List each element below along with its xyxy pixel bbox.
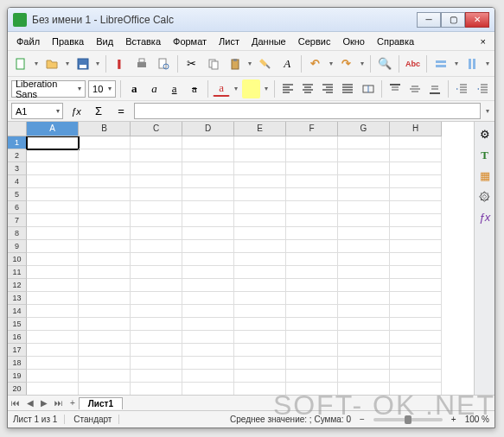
cell-G3[interactable] xyxy=(338,162,390,175)
cell-B4[interactable] xyxy=(79,175,131,188)
cell-G16[interactable] xyxy=(338,331,390,344)
cell-A10[interactable] xyxy=(27,253,79,266)
underline-button[interactable]: a xyxy=(166,79,183,98)
cell-G1[interactable] xyxy=(338,136,390,149)
cell-E11[interactable] xyxy=(234,266,286,279)
bold-button[interactable]: a xyxy=(125,79,143,98)
cell-G8[interactable] xyxy=(338,227,390,240)
add-sheet-button[interactable]: + xyxy=(67,398,79,408)
format-paintbrush-button[interactable] xyxy=(256,54,275,73)
cell-E20[interactable] xyxy=(234,383,286,395)
cell-H14[interactable] xyxy=(390,305,442,318)
cell-D9[interactable] xyxy=(182,240,234,253)
cell-D4[interactable] xyxy=(182,175,234,188)
zoom-slider[interactable] xyxy=(373,418,443,421)
cell-F2[interactable] xyxy=(286,149,338,162)
cell-G11[interactable] xyxy=(338,266,390,279)
close-button[interactable]: ✕ xyxy=(465,12,489,28)
align-bottom-button[interactable] xyxy=(426,79,443,98)
column-header-B[interactable]: B xyxy=(79,122,131,136)
cell-A19[interactable] xyxy=(27,370,79,383)
row-header-9[interactable]: 9 xyxy=(8,240,27,253)
cell-F19[interactable] xyxy=(286,370,338,383)
decrease-indent-button[interactable] xyxy=(474,79,491,98)
column-header-D[interactable]: D xyxy=(182,122,234,136)
cell-H17[interactable] xyxy=(390,344,442,357)
menu-window[interactable]: Окно xyxy=(337,35,370,48)
row-header-7[interactable]: 7 xyxy=(8,214,27,227)
cell-C10[interactable] xyxy=(131,253,182,266)
cell-B18[interactable] xyxy=(79,357,131,370)
cell-D20[interactable] xyxy=(182,383,234,395)
cell-A6[interactable] xyxy=(27,201,79,214)
function-button[interactable]: = xyxy=(112,102,131,121)
cell-F18[interactable] xyxy=(286,357,338,370)
open-dropdown[interactable]: ▾ xyxy=(64,60,71,67)
cell-C6[interactable] xyxy=(131,201,182,214)
cell-C1[interactable] xyxy=(131,136,182,149)
cell-A14[interactable] xyxy=(27,305,79,318)
cell-D8[interactable] xyxy=(182,227,234,240)
cell-G19[interactable] xyxy=(338,370,390,383)
cell-H9[interactable] xyxy=(390,240,442,253)
cell-B20[interactable] xyxy=(79,383,131,395)
cell-H1[interactable] xyxy=(390,136,442,149)
cell-F11[interactable] xyxy=(286,266,338,279)
sidebar-navigator-icon[interactable]: ۞ xyxy=(477,189,493,205)
cell-C7[interactable] xyxy=(131,214,182,227)
cell-E5[interactable] xyxy=(234,188,286,201)
row-header-12[interactable]: 12 xyxy=(8,279,27,292)
cell-D6[interactable] xyxy=(182,201,234,214)
align-top-button[interactable] xyxy=(386,79,404,98)
cell-A3[interactable] xyxy=(27,162,79,175)
cell-D5[interactable] xyxy=(182,188,234,201)
export-pdf-button[interactable]: ▌ xyxy=(111,54,130,73)
cell-C8[interactable] xyxy=(131,227,182,240)
cell-H13[interactable] xyxy=(390,292,442,305)
cell-D16[interactable] xyxy=(182,331,234,344)
cell-A13[interactable] xyxy=(27,292,79,305)
cell-C5[interactable] xyxy=(131,188,182,201)
row-header-20[interactable]: 20 xyxy=(8,383,27,395)
cell-H20[interactable] xyxy=(390,383,442,395)
cell-E1[interactable] xyxy=(234,136,286,149)
row-header-16[interactable]: 16 xyxy=(8,331,27,344)
cell-F15[interactable] xyxy=(286,318,338,331)
cell-B7[interactable] xyxy=(79,214,131,227)
undo-button[interactable]: ↶ xyxy=(306,54,325,73)
cell-D14[interactable] xyxy=(182,305,234,318)
sidebar-styles-icon[interactable]: T xyxy=(477,148,493,163)
cell-H5[interactable] xyxy=(390,188,442,201)
cell-E16[interactable] xyxy=(234,331,286,344)
cell-F12[interactable] xyxy=(286,279,338,292)
cell-H15[interactable] xyxy=(390,318,442,331)
undo-dropdown[interactable]: ▾ xyxy=(328,60,335,67)
function-wizard-button[interactable]: ƒx xyxy=(67,102,86,121)
cell-F3[interactable] xyxy=(286,162,338,175)
cell-F4[interactable] xyxy=(286,175,338,188)
cell-B6[interactable] xyxy=(79,201,131,214)
cell-D18[interactable] xyxy=(182,357,234,370)
cell-B17[interactable] xyxy=(79,344,131,357)
cell-F16[interactable] xyxy=(286,331,338,344)
cell-G4[interactable] xyxy=(338,175,390,188)
cell-B3[interactable] xyxy=(79,162,131,175)
cell-H11[interactable] xyxy=(390,266,442,279)
spellcheck-button[interactable]: Abc xyxy=(404,54,423,73)
cell-A7[interactable] xyxy=(27,214,79,227)
cell-A2[interactable] xyxy=(27,149,79,162)
cell-A15[interactable] xyxy=(27,318,79,331)
column-header-H[interactable]: H xyxy=(390,122,442,136)
sidebar-functions-icon[interactable]: ƒx xyxy=(477,210,493,225)
cell-B9[interactable] xyxy=(79,240,131,253)
cell-E3[interactable] xyxy=(234,162,286,175)
menu-data[interactable]: Данные xyxy=(246,35,291,48)
cell-F13[interactable] xyxy=(286,292,338,305)
cell-D15[interactable] xyxy=(182,318,234,331)
cell-G2[interactable] xyxy=(338,149,390,162)
cell-H16[interactable] xyxy=(390,331,442,344)
highlight-dropdown[interactable]: ▾ xyxy=(263,85,270,92)
cell-D2[interactable] xyxy=(182,149,234,162)
menu-insert[interactable]: Вставка xyxy=(120,35,166,48)
cell-E14[interactable] xyxy=(234,305,286,318)
